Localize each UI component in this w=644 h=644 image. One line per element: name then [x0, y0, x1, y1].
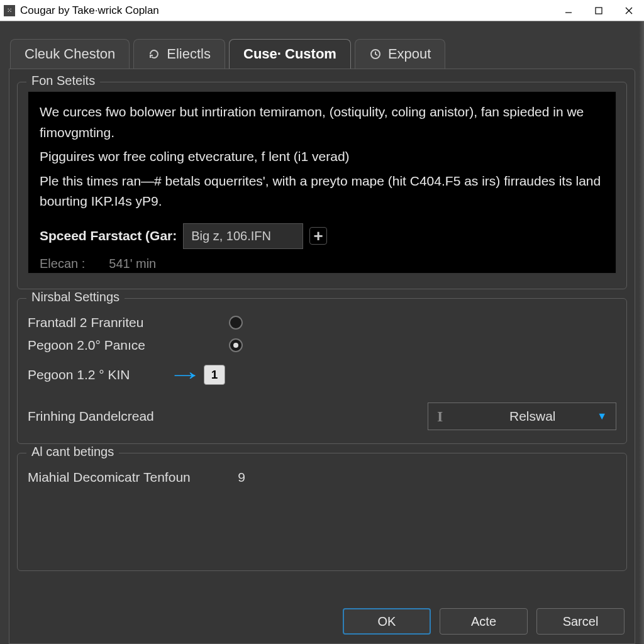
- maximize-button[interactable]: [584, 0, 614, 21]
- tab-cleuk-cheston[interactable]: Cleuk Cheston: [10, 39, 130, 69]
- setting-label: Miahial Decomicatr Tenfoun: [28, 470, 229, 485]
- description-box: We curces fwo bolower but inrtiration te…: [28, 91, 616, 274]
- tab-label: Eliectls: [167, 46, 211, 62]
- tab-label: Expout: [388, 46, 431, 62]
- ok-button[interactable]: OK: [343, 608, 431, 635]
- dropdown-value: Relswal: [468, 409, 597, 424]
- chevron-down-icon: ▼: [597, 411, 607, 422]
- sarcel-button[interactable]: Sarcel: [536, 608, 625, 635]
- tab-body: Fon Seteits We curces fwo bolower but in…: [9, 69, 635, 644]
- setting-label: Pegoon 1.2 ° KIN: [28, 367, 172, 382]
- setting-row-frantadl: Frantadl 2 Franriteu: [28, 315, 616, 330]
- setting-row-pegoon-20: Pegoon 2.0° Panıce: [28, 338, 616, 353]
- setting-row-miahial: Miahial Decomicatr Tenfoun 9: [28, 470, 616, 485]
- speed-value-box[interactable]: Big z, 106.IFN: [183, 223, 303, 249]
- window-controls: [553, 0, 644, 21]
- tab-expout[interactable]: Expout: [355, 39, 446, 69]
- setting-label: Pegoon 2.0° Panıce: [28, 338, 229, 353]
- group-nirsbal-settings: Nirsbal Settings Frantadl 2 Franriteu Pe…: [17, 298, 627, 444]
- group-al-cant-betings: Al cant betings Miahial Decomicatr Tenfo…: [17, 453, 627, 571]
- tab-eliectls[interactable]: Eliectls: [133, 39, 225, 69]
- setting-row-pegoon-12: Pegoon 1.2 ° KIN → 1: [28, 360, 616, 389]
- elecan-value: 541' min: [109, 254, 156, 274]
- window-edge: [639, 21, 644, 644]
- desc-line-2: Pigguires wor free coling etvecrature, f…: [40, 147, 604, 167]
- arrow-right-icon: →: [167, 360, 203, 389]
- app-icon: ⁙: [4, 5, 15, 16]
- titlebar: ⁙ Cougar by Take·wrick Coplan: [0, 0, 644, 21]
- svg-rect-1: [596, 8, 602, 14]
- window-title: Cougar by Take·wrick Coplan: [20, 4, 159, 17]
- ibeam-icon: I: [437, 408, 443, 425]
- clock-icon: [369, 48, 382, 60]
- group-legend: Al cant betings: [26, 445, 119, 459]
- radio-pegoon-20[interactable]: [229, 338, 243, 352]
- tab-label: Cleuk Cheston: [25, 46, 115, 62]
- setting-row-frinhing: Frinhing Dandelcread I Relswal ▼: [28, 402, 616, 430]
- elecan-label: Elecan :: [40, 254, 85, 274]
- minimize-button[interactable]: [553, 0, 584, 21]
- acte-button[interactable]: Acte: [440, 608, 528, 635]
- dropdown-frinhing[interactable]: I Relswal ▼: [428, 402, 616, 430]
- close-button[interactable]: [614, 0, 644, 21]
- plus-icon[interactable]: +: [309, 227, 327, 245]
- speed-label: Spceed Farstact (Gar:: [40, 226, 177, 247]
- setting-value: 9: [229, 470, 254, 485]
- setting-label: Frinhing Dandelcread: [28, 409, 229, 424]
- spin-pegoon-12[interactable]: 1: [204, 365, 225, 385]
- refresh-icon: [148, 48, 160, 60]
- radio-frantadl[interactable]: [229, 316, 243, 330]
- setting-label: Frantadl 2 Franriteu: [28, 315, 229, 330]
- tab-cuse-custom[interactable]: Cuse· Custom: [229, 39, 351, 69]
- desc-line-3: Ple this times ran—# betals oquerrites',…: [40, 171, 604, 212]
- group-legend: Fon Seteits: [26, 74, 100, 88]
- group-legend: Nirsbal Settings: [26, 290, 125, 304]
- client-area: Cleuk Cheston Eliectls Cuse· Custom Expo…: [0, 21, 644, 644]
- tab-label: Cuse· Custom: [243, 46, 336, 62]
- tabstrip: Cleuk Cheston Eliectls Cuse· Custom Expo…: [10, 39, 634, 69]
- speed-row: Spceed Farstact (Gar: Big z, 106.IFN +: [40, 223, 604, 249]
- elecan-row: Elecan : 541' min: [40, 254, 604, 274]
- footer-buttons: OK Acte Sarcel: [343, 608, 625, 635]
- desc-line-1: We curces fwo bolower but inrtiration te…: [40, 102, 604, 143]
- group-fon-seteits: Fon Seteits We curces fwo bolower but in…: [17, 82, 627, 289]
